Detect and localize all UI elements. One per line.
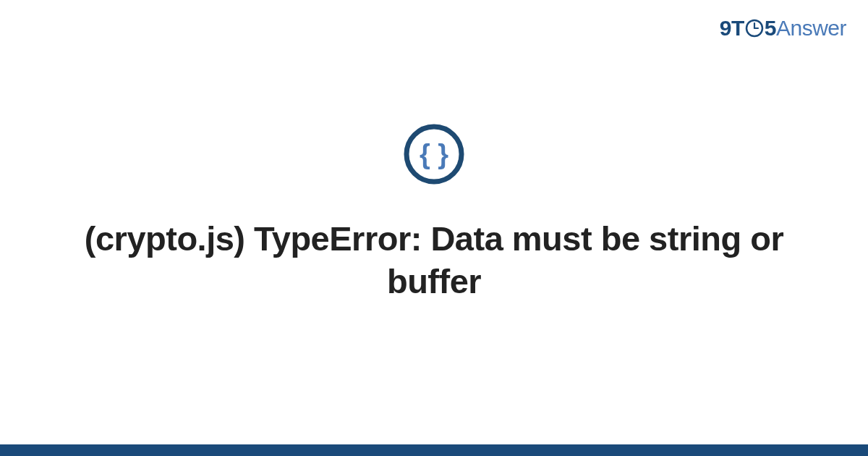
page-title: (crypto.js) TypeError: Data must be stri… xyxy=(43,218,825,303)
svg-text:{ }: { } xyxy=(420,139,448,169)
main-content: { } (crypto.js) TypeError: Data must be … xyxy=(0,0,868,456)
code-braces-icon: { } xyxy=(404,124,464,187)
footer-accent-bar xyxy=(0,444,868,456)
